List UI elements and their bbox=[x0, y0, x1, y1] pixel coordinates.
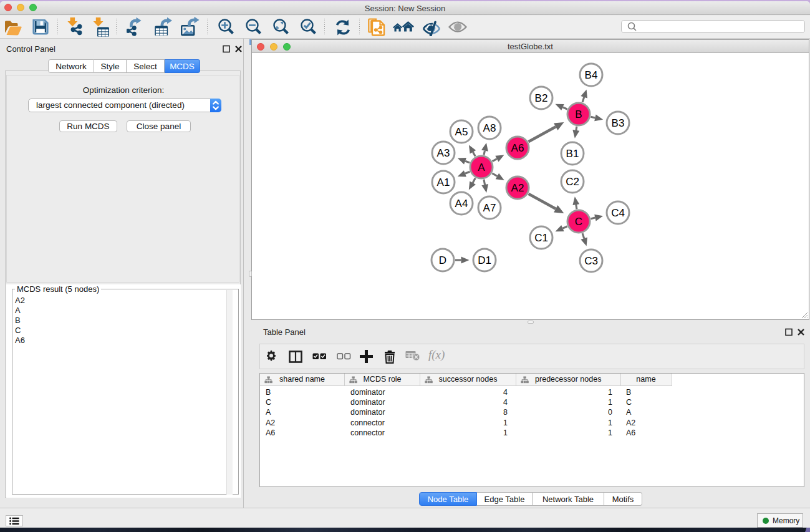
svg-text:B3: B3 bbox=[612, 117, 625, 129]
svg-text:A3: A3 bbox=[437, 147, 450, 159]
svg-text:A: A bbox=[478, 162, 485, 173]
svg-text:D: D bbox=[439, 254, 446, 266]
svg-text:f(x): f(x) bbox=[428, 349, 445, 362]
svg-text:C2: C2 bbox=[566, 176, 579, 188]
svg-text:C3: C3 bbox=[584, 255, 598, 267]
svg-text:A5: A5 bbox=[455, 126, 468, 138]
svg-text:D1: D1 bbox=[478, 254, 491, 266]
svg-text:B2: B2 bbox=[535, 92, 548, 104]
svg-text:B1: B1 bbox=[566, 148, 579, 160]
svg-text:A8: A8 bbox=[483, 122, 496, 134]
svg-text:C: C bbox=[575, 216, 582, 228]
svg-text:C1: C1 bbox=[534, 232, 548, 244]
svg-text:B4: B4 bbox=[585, 69, 598, 81]
svg-text:A1: A1 bbox=[437, 177, 450, 188]
svg-text:A7: A7 bbox=[483, 202, 496, 214]
svg-text:A4: A4 bbox=[455, 198, 468, 210]
svg-text:B: B bbox=[575, 109, 582, 120]
svg-text:C4: C4 bbox=[611, 207, 625, 219]
svg-text:A6: A6 bbox=[511, 142, 524, 154]
svg-text:A2: A2 bbox=[511, 182, 524, 194]
